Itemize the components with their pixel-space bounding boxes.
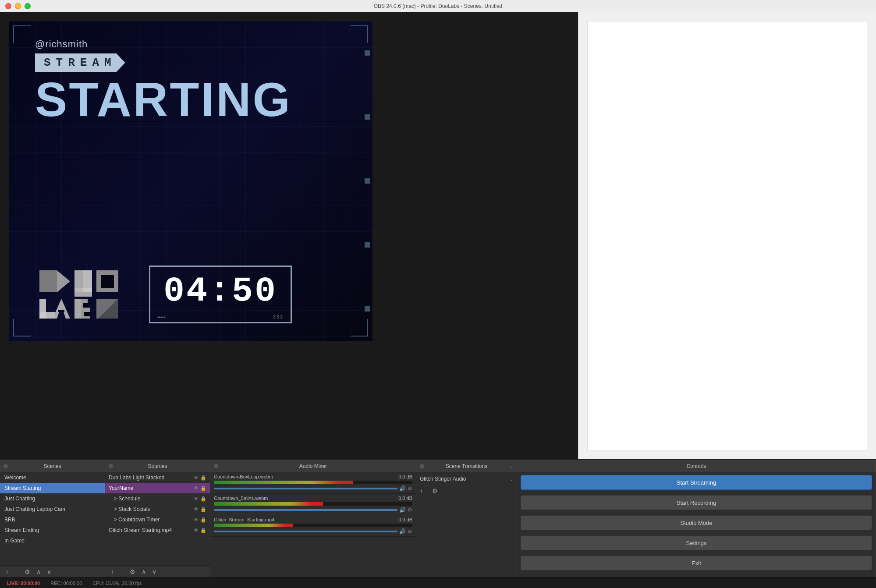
scene-item-stream-starting[interactable]: Stream Starting (0, 483, 105, 493)
countdown-box: 04:50 ▪▪▪▪▪ 333 (149, 266, 292, 323)
source-name: YourName (109, 485, 194, 491)
svg-rect-6 (101, 275, 114, 288)
volume-slider[interactable] (214, 531, 397, 532)
audio-meter-fill (214, 524, 293, 527)
source-item-stack-socials[interactable]: > Stack Socials 👁 🔒 (105, 504, 210, 514)
audio-track-name: Countdown-BoxLoop.webm (214, 474, 273, 479)
scene-item-stream-ending[interactable]: Stream Ending (0, 525, 105, 535)
cpu-status: CPU: 15.6%, 30.00 fps (92, 581, 142, 586)
stream-label-text: STREAM (44, 56, 117, 69)
transition-select[interactable]: Glitch Stinger Audio ⌄ (420, 476, 513, 482)
lock-icon[interactable]: 🔒 (200, 496, 206, 502)
mute-button[interactable]: 🔊 (399, 485, 406, 492)
audio-settings-button[interactable]: ⚙ (408, 485, 412, 492)
source-item-yourname[interactable]: YourName 👁 🔒 (105, 483, 210, 493)
source-item-countdown-timer[interactable]: > Countdown Timer 👁 🔒 (105, 514, 210, 525)
countdown-333: 333 (273, 314, 284, 319)
audio-track-header: Countdown-BoxLoop.webm 0.0 dB (214, 474, 412, 479)
audio-track-controls: 🔊 ⚙ (214, 507, 412, 513)
svg-rect-10 (58, 310, 64, 312)
minimize-button[interactable] (15, 3, 21, 9)
audio-settings-button[interactable]: ⚙ (408, 528, 412, 535)
start-streaming-button[interactable]: Start Streaming (521, 475, 872, 490)
source-icons: 👁 🔒 (194, 517, 206, 523)
eye-icon[interactable]: 👁 (194, 485, 199, 491)
lock-icon[interactable]: 🔒 (200, 507, 206, 512)
username: @richsmith (35, 39, 346, 50)
preview-row: @richsmith STREAM STARTING (0, 12, 876, 459)
source-item-duo-labs-light[interactable]: Duo Labs Light Stacked 👁 🔒 (105, 472, 210, 483)
transitions-settings-button[interactable]: ⚙ (432, 487, 438, 494)
audio-track-header: Glitch_Stream_Starting.mp4 0.0 dB (214, 517, 412, 522)
eye-icon[interactable]: 👁 (194, 507, 199, 512)
source-icons: 👁 🔒 (194, 475, 206, 481)
studio-mode-button[interactable]: Studio Mode (521, 515, 872, 530)
scenes-add-button[interactable]: + (4, 568, 11, 575)
live-status: LIVE: 00:00:00 (7, 581, 40, 586)
scene-item-just-chatting[interactable]: Just Chatting (0, 493, 105, 504)
maximize-button[interactable] (25, 3, 31, 9)
exit-button[interactable]: Exit (521, 556, 872, 570)
mute-button[interactable]: 🔊 (399, 507, 406, 513)
scenes-remove-button[interactable]: − (13, 568, 20, 575)
scenes-header-icon (4, 464, 8, 468)
eye-icon[interactable]: 👁 (194, 517, 199, 522)
close-button[interactable] (5, 3, 11, 9)
volume-slider[interactable] (214, 509, 397, 511)
scenes-panel-title: Scenes (43, 463, 61, 469)
audio-track-2: Countdown_5mins.webm 0.0 dB 🔊 ⚙ (210, 494, 416, 515)
audio-track-3: Glitch_Stream_Starting.mp4 0.0 dB 🔊 ⚙ (210, 515, 416, 537)
svg-marker-1 (57, 270, 70, 292)
transitions-header-icon (420, 464, 424, 468)
mute-button[interactable]: 🔊 (399, 528, 406, 535)
source-name: > Schedule (114, 496, 194, 502)
transitions-panel-title: Scene Transitions (446, 463, 487, 469)
audio-track-db: 0.0 dB (398, 517, 412, 522)
window-title: OBS 24.0.6 (mac) - Profile: DuoLabs - Sc… (374, 3, 502, 9)
controls-panel-title: Controls (687, 463, 706, 469)
scene-item-just-chatting-laptop[interactable]: Just Chatting Laptop Cam (0, 504, 105, 514)
scenes-up-button[interactable]: ∧ (35, 568, 43, 575)
svg-rect-8 (39, 312, 55, 319)
source-item-schedule[interactable]: > Schedule 👁 🔒 (105, 493, 210, 504)
sources-remove-button[interactable]: − (118, 568, 125, 575)
scene-item-brb[interactable]: BRB (0, 514, 105, 525)
transitions-add-bar: + − ⚙ (416, 487, 517, 494)
audio-track-db: 0.0 dB (398, 496, 412, 501)
source-item-glitch-stream[interactable]: Glitch Stream Starting.mp4 👁 🔒 (105, 525, 210, 535)
lock-icon[interactable]: 🔒 (200, 485, 206, 491)
sources-down-button[interactable]: ∨ (150, 568, 158, 575)
svg-rect-13 (83, 303, 88, 308)
transitions-add-button[interactable]: + (420, 487, 423, 494)
lock-icon[interactable]: 🔒 (200, 475, 206, 481)
transitions-remove-button[interactable]: − (426, 487, 429, 494)
scene-item-in-game[interactable]: In Game (0, 535, 105, 546)
scenes-down-button[interactable]: ∨ (45, 568, 53, 575)
audio-settings-button[interactable]: ⚙ (408, 507, 412, 513)
eye-icon[interactable]: 👁 (194, 475, 199, 480)
volume-fill (214, 531, 397, 532)
sources-add-button[interactable]: + (109, 568, 116, 575)
eye-icon[interactable]: 👁 (194, 496, 199, 501)
sources-panel-title: Sources (148, 463, 167, 469)
stream-screen: @richsmith STREAM STARTING (9, 21, 372, 341)
scene-item-welcome[interactable]: Welcome (0, 472, 105, 483)
settings-button[interactable]: Settings (521, 535, 872, 550)
eye-icon[interactable]: 👁 (194, 528, 199, 533)
scenes-settings-button[interactable]: ⚙ (23, 568, 32, 575)
preview-canvas[interactable]: @richsmith STREAM STARTING (0, 12, 578, 459)
audio-meter (214, 502, 412, 506)
volume-slider[interactable] (214, 488, 397, 489)
sources-up-button[interactable]: ∧ (140, 568, 148, 575)
bottom-panels: Scenes Welcome Stream Starting Just Chat… (0, 459, 876, 577)
rec-status: REC: 00:00:00 (50, 581, 82, 586)
lock-icon[interactable]: 🔒 (200, 517, 206, 523)
audio-panel-title: Audio Mixer (299, 463, 327, 469)
audio-mixer-panel: Audio Mixer Countdown-BoxLoop.webm 0.0 d… (210, 460, 416, 577)
duolabs-logo (35, 266, 123, 323)
start-recording-button[interactable]: Start Recording (521, 495, 872, 510)
sources-settings-button[interactable]: ⚙ (128, 568, 137, 575)
starting-text: STARTING (35, 75, 346, 124)
lock-icon[interactable]: 🔒 (200, 528, 206, 533)
window-controls[interactable] (5, 3, 31, 9)
